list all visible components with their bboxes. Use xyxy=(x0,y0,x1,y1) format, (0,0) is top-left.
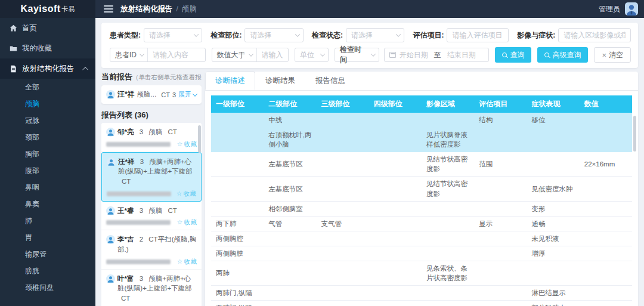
favorite-link[interactable]: ☆ 收藏 xyxy=(177,140,197,149)
table-cell[interactable] xyxy=(264,231,316,246)
menu-collapse-icon[interactable] xyxy=(104,5,113,13)
table-cell[interactable] xyxy=(317,261,369,286)
current-report-card[interactable]: 汪*祥 颅脑+两肺+心... CT 3 展开 xyxy=(101,85,202,104)
table-cell[interactable] xyxy=(369,152,422,177)
table-cell[interactable]: 两肺 xyxy=(211,261,264,286)
unit-select[interactable]: 单位 xyxy=(295,48,329,62)
table-cell[interactable]: 淋巴结显示 xyxy=(527,286,580,301)
table-cell[interactable]: 两肺门,纵隔 xyxy=(211,286,264,301)
table-cell[interactable] xyxy=(369,113,422,128)
sidebar-subitem[interactable]: 输尿管 xyxy=(0,246,95,262)
table-cell[interactable] xyxy=(580,216,632,231)
table-cell[interactable] xyxy=(211,152,264,177)
favorite-link[interactable]: ☆ 收藏 xyxy=(177,190,196,198)
table-cell[interactable] xyxy=(422,216,474,231)
table-cell[interactable] xyxy=(317,113,369,128)
table-cell[interactable] xyxy=(474,231,527,246)
sidebar-item-structured-report[interactable]: 放射结构化报告 xyxy=(0,58,95,79)
scrollbar-thumb[interactable] xyxy=(633,116,636,152)
value-input[interactable] xyxy=(257,51,289,59)
table-cell[interactable] xyxy=(317,286,369,301)
date-range-picker[interactable]: 开始日期 至 结束日期 xyxy=(384,48,490,62)
table-cell[interactable] xyxy=(264,246,316,261)
breadcrumb-root[interactable]: 放射结构化报告 xyxy=(120,4,173,14)
table-cell[interactable]: 未见积液 xyxy=(527,231,580,246)
sidebar-subitem[interactable]: 膀胱 xyxy=(0,262,95,279)
sidebar-subitem[interactable]: 鼻窦 xyxy=(0,196,95,212)
table-cell[interactable] xyxy=(369,177,422,201)
table-cell[interactable] xyxy=(474,177,527,201)
sidebar-subitem[interactable]: 胸部 xyxy=(0,146,95,162)
patient-type-select[interactable]: 请选择 xyxy=(144,28,202,42)
table-cell[interactable] xyxy=(580,177,632,201)
table-cell[interactable] xyxy=(422,113,474,128)
table-cell[interactable] xyxy=(474,246,527,261)
scrollbar-thumb[interactable] xyxy=(198,125,201,153)
table-cell[interactable]: 气管 xyxy=(264,216,316,231)
sidebar-subitem[interactable]: 颅脑 xyxy=(0,95,95,112)
patient-id-select[interactable]: 患者ID xyxy=(110,48,148,61)
table-cell[interactable] xyxy=(580,261,632,286)
table-cell[interactable] xyxy=(422,231,474,246)
table-cell[interactable] xyxy=(474,261,527,286)
table-cell[interactable]: 结构 xyxy=(474,113,527,128)
report-list-item[interactable]: 邹*亮 3 颅脑 CT ☆ xyxy=(101,123,202,152)
table-cell[interactable] xyxy=(580,231,632,246)
sidebar-subitem[interactable]: 胃 xyxy=(0,229,95,246)
table-cell[interactable] xyxy=(580,113,632,128)
table-cell[interactable]: 中线 xyxy=(264,113,316,128)
table-cell[interactable]: 两下肺 xyxy=(211,216,264,231)
table-cell[interactable]: 右顶额枕叶,两侧小脑 xyxy=(264,128,316,152)
table-cell[interactable]: 增厚 xyxy=(527,246,580,261)
table-cell[interactable] xyxy=(317,152,369,177)
table-cell[interactable] xyxy=(474,201,527,216)
search-button[interactable]: 查询 xyxy=(495,47,531,63)
report-list-item[interactable]: 汪*祥 3 颅脑+两肺+心脏(纵隔)+上腹部+下腹部 CT xyxy=(101,152,202,202)
table-cell[interactable] xyxy=(369,286,422,301)
table-cell[interactable] xyxy=(474,286,527,301)
value-operator-select[interactable]: 数值大于 xyxy=(212,48,257,61)
image-symptom-input[interactable] xyxy=(559,31,630,39)
advanced-search-button[interactable]: 高级查询 xyxy=(537,47,588,63)
exam-part-select[interactable]: 请选择 xyxy=(244,28,303,42)
tab[interactable]: 诊断描述 xyxy=(205,72,255,90)
table-cell[interactable] xyxy=(211,177,264,201)
table-cell[interactable] xyxy=(527,261,580,286)
table-cell[interactable] xyxy=(264,261,316,286)
table-cell[interactable] xyxy=(474,128,527,152)
table-cell[interactable] xyxy=(369,246,422,261)
sidebar-subitem[interactable]: 肺 xyxy=(0,212,95,229)
table-cell[interactable]: 通畅 xyxy=(527,216,580,231)
table-cell[interactable]: 见条索状、条片状高密度影 xyxy=(422,261,474,286)
table-cell[interactable] xyxy=(369,261,422,286)
sidebar-subitem[interactable]: 冠脉 xyxy=(0,112,95,129)
table-cell[interactable] xyxy=(317,177,369,201)
table-cell[interactable] xyxy=(317,231,369,246)
table-cell[interactable]: 见结节状高密度影 xyxy=(422,152,474,177)
report-list-item[interactable]: 叶*富 3 颅脑+两肺+心脏(纵隔)+上腹部+下腹部 CT xyxy=(101,270,202,306)
table-cell[interactable] xyxy=(527,152,580,177)
table-cell[interactable] xyxy=(422,246,474,261)
table-cell[interactable]: 22×16mm xyxy=(580,152,632,177)
table-cell[interactable] xyxy=(580,246,632,261)
table-cell[interactable]: 相邻侧脑室 xyxy=(264,201,316,216)
table-scrollbar[interactable] xyxy=(633,115,637,306)
table-cell[interactable] xyxy=(211,201,264,216)
sidebar-item-favorites[interactable]: 我的收藏 xyxy=(0,38,95,58)
table-cell[interactable]: 见片状脑脊液样低密度影 xyxy=(422,128,474,152)
table-cell[interactable]: 显示 xyxy=(474,216,527,231)
table-cell[interactable]: 部分轻肿大 xyxy=(527,301,580,306)
table-cell[interactable] xyxy=(211,113,264,128)
table-cell[interactable] xyxy=(211,128,264,152)
sidebar-subitem[interactable]: 腹部 xyxy=(0,162,95,179)
report-list-item[interactable]: 王*睿 3 颅脑 CT ☆ xyxy=(101,202,202,231)
table-cell[interactable]: 支气管 xyxy=(317,216,369,231)
table-cell[interactable] xyxy=(422,301,474,306)
table-cell[interactable] xyxy=(264,286,316,301)
table-cell[interactable]: 左基底节区 xyxy=(264,177,316,201)
table-cell[interactable] xyxy=(580,201,632,216)
table-cell[interactable] xyxy=(369,216,422,231)
table-cell[interactable]: 见结节状高密度影 xyxy=(422,177,474,201)
table-cell[interactable]: 两侧胸腔 xyxy=(211,231,264,246)
table-cell[interactable] xyxy=(317,301,369,306)
